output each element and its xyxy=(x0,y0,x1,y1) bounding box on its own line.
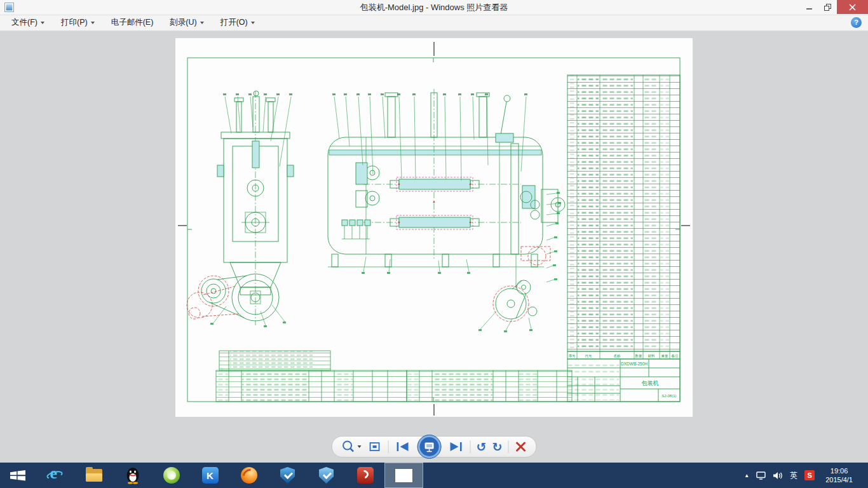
close-icon xyxy=(849,4,856,11)
photo-sheet: 序号 代号 名称 数量 材料 重量 备注 xyxy=(175,38,693,417)
rotate-ccw-icon: ↺ xyxy=(477,441,487,453)
next-icon xyxy=(448,440,465,453)
magnifier-icon xyxy=(341,439,356,454)
ie-letter: e xyxy=(50,464,58,483)
menu-file-label: 文件(F) xyxy=(11,17,37,28)
taskbar-item-360-se-browser[interactable] xyxy=(229,463,268,488)
ime-indicator[interactable]: 英 xyxy=(790,470,797,481)
minimize-button[interactable] xyxy=(800,0,818,14)
menu-open[interactable]: 打开(O) xyxy=(214,15,261,30)
restore-button[interactable] xyxy=(818,0,837,14)
window-title: 包装机-Model.jpg - Windows 照片查看器 xyxy=(0,0,868,15)
chevron-down-icon xyxy=(200,22,204,24)
clock-date: 2015/4/1 xyxy=(825,475,853,484)
menu-burn-label: 刻录(U) xyxy=(170,17,196,28)
volume-icon[interactable] xyxy=(773,471,783,480)
menu-print[interactable]: 打印(P) xyxy=(55,15,101,30)
cad-drawing: 序号 代号 名称 数量 材料 重量 备注 xyxy=(175,38,693,417)
notes-list xyxy=(219,351,330,370)
title-block-model: DXDWB-250H xyxy=(621,362,648,366)
svg-text:序号: 序号 xyxy=(569,354,576,358)
zoom-button[interactable] xyxy=(341,438,362,456)
qq-penguin-icon xyxy=(125,466,141,484)
revision-table-right xyxy=(407,370,572,402)
taskbar-item-photo-viewer[interactable] xyxy=(384,463,423,488)
svg-text:备注: 备注 xyxy=(672,354,679,358)
menu-email[interactable]: 电子邮件(E) xyxy=(105,15,160,30)
title-block-drawing-no: SJ-08(1) xyxy=(661,394,676,398)
rotate-clockwise-button[interactable]: ↻ xyxy=(492,438,503,456)
internet-explorer-icon: e xyxy=(46,466,64,484)
rotate-cw-icon: ↻ xyxy=(492,441,503,453)
svg-text:重量: 重量 xyxy=(661,354,669,358)
sogou-icon[interactable]: S xyxy=(804,470,815,480)
clock[interactable]: 19:06 2015/4/1 xyxy=(825,466,853,484)
taskbar-item-file-explorer[interactable] xyxy=(74,463,113,488)
orange-sphere-icon xyxy=(241,467,257,484)
hidden-icons-arrow[interactable]: ▲ xyxy=(744,473,749,478)
close-button[interactable] xyxy=(837,0,868,14)
chevron-down-icon xyxy=(41,22,44,24)
svg-text:名称: 名称 xyxy=(614,354,621,358)
display-icon[interactable] xyxy=(756,471,766,480)
slideshow-button[interactable] xyxy=(417,434,442,459)
k-tile-icon: K xyxy=(202,467,219,484)
svg-text:代号: 代号 xyxy=(585,354,593,358)
globe-icon xyxy=(163,467,180,484)
taskbar-item-antivirus[interactable] xyxy=(268,463,307,488)
chevron-down-icon xyxy=(358,445,362,448)
photo-viewer-icon xyxy=(395,469,412,482)
delete-button[interactable] xyxy=(514,438,527,456)
taskbar: e K ▲ xyxy=(0,463,868,488)
reader-icon xyxy=(357,467,374,484)
slideshow-icon xyxy=(417,434,442,459)
actual-size-button[interactable] xyxy=(367,438,383,456)
rotate-counterclockwise-button[interactable]: ↺ xyxy=(477,438,487,456)
menu-print-label: 打印(P) xyxy=(61,17,88,28)
restore-icon xyxy=(824,4,832,11)
taskbar-item-qq[interactable] xyxy=(113,463,152,488)
taskbar-item-k-player[interactable]: K xyxy=(191,463,229,488)
separator xyxy=(470,440,471,453)
separator xyxy=(508,440,508,453)
system-tray: ▲ 英 S 19:06 2015/4/1 xyxy=(744,463,868,488)
minimize-icon xyxy=(806,4,813,11)
taskbar-item-security[interactable] xyxy=(307,463,346,488)
titlebar: 包装机-Model.jpg - Windows 照片查看器 xyxy=(0,0,868,15)
previous-icon xyxy=(395,440,411,453)
shield-icon xyxy=(319,467,334,484)
belt-drive-detail xyxy=(187,276,239,319)
menu-open-label: 打开(O) xyxy=(220,17,248,28)
parts-list-header: 序号 代号 名称 数量 材料 重量 备注 xyxy=(569,354,679,358)
start-button[interactable] xyxy=(0,463,36,488)
windows-logo-icon xyxy=(10,469,26,482)
menu-burn[interactable]: 刻录(U) xyxy=(163,15,210,30)
separator xyxy=(388,440,389,453)
viewer-toolbar: ↺ ↻ xyxy=(332,436,537,458)
next-button[interactable] xyxy=(448,438,465,456)
menu-file[interactable]: 文件(F) xyxy=(5,15,51,30)
shield-icon xyxy=(280,467,295,484)
revision-table-left xyxy=(216,370,407,402)
menubar: 文件(F) 打印(P) 电子邮件(E) 刻录(U) 打开(O) ? xyxy=(0,15,868,31)
taskbar-item-reader[interactable] xyxy=(346,463,384,488)
parts-list-table: 序号 代号 名称 数量 材料 重量 备注 xyxy=(567,75,680,359)
title-block: DXDWB-250H 包装机 SJ-08(1) xyxy=(567,359,680,402)
chevron-down-icon xyxy=(251,22,255,24)
previous-button[interactable] xyxy=(395,438,411,456)
viewer-canvas: 序号 代号 名称 数量 材料 重量 备注 xyxy=(0,31,868,463)
detail-markers xyxy=(493,247,550,322)
folder-icon xyxy=(86,469,102,482)
help-icon[interactable]: ? xyxy=(851,17,862,28)
clock-time: 19:06 xyxy=(825,466,853,475)
main-view xyxy=(328,89,565,332)
svg-text:数量: 数量 xyxy=(635,354,643,358)
delete-icon xyxy=(514,440,527,453)
svg-text:材料: 材料 xyxy=(648,354,656,358)
taskbar-item-internet-explorer[interactable]: e xyxy=(36,463,74,488)
actual-size-icon xyxy=(367,439,383,454)
menu-email-label: 电子邮件(E) xyxy=(111,17,154,28)
title-block-product: 包装机 xyxy=(642,380,659,386)
taskbar-item-360-browser[interactable] xyxy=(152,463,191,488)
chevron-down-icon xyxy=(91,22,95,24)
